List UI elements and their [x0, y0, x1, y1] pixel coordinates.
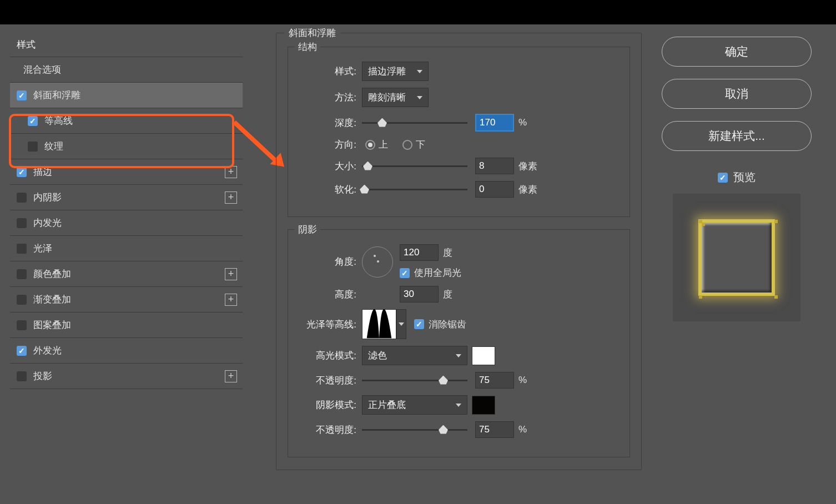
highlight-opacity-input[interactable] — [475, 372, 514, 389]
soften-input[interactable] — [475, 181, 514, 198]
style-item-label: 图案叠加 — [33, 319, 71, 331]
soften-unit: 像素 — [518, 183, 537, 196]
style-label: 样式: — [298, 65, 362, 78]
size-label: 大小: — [298, 160, 362, 173]
angle-unit: 度 — [443, 246, 452, 259]
size-slider[interactable] — [362, 165, 467, 167]
style-item-checkbox[interactable] — [17, 320, 27, 330]
style-item-label: 纹理 — [44, 140, 63, 153]
style-item-checkbox[interactable] — [17, 295, 27, 305]
angle-dial[interactable] — [362, 246, 393, 278]
highlight-mode-dropdown[interactable]: 滤色 — [362, 346, 467, 365]
global-light-checkbox[interactable] — [400, 268, 410, 278]
depth-label: 深度: — [298, 117, 362, 129]
add-effect-icon[interactable]: + — [225, 370, 237, 382]
preview-checkbox[interactable] — [718, 173, 728, 183]
style-item-checkbox[interactable] — [17, 346, 27, 356]
add-effect-icon[interactable]: + — [225, 191, 237, 204]
depth-unit: % — [518, 117, 527, 128]
style-dropdown[interactable]: 描边浮雕 — [362, 62, 429, 81]
style-item-checkbox[interactable] — [17, 193, 27, 203]
shadow-opacity-label: 不透明度: — [298, 424, 362, 436]
ok-button[interactable]: 确定 — [662, 37, 812, 67]
technique-label: 方法: — [298, 91, 362, 104]
style-item-6[interactable]: 内发光 — [10, 210, 243, 236]
antialias-label: 消除锯齿 — [429, 318, 466, 331]
style-item-4[interactable]: 描边+ — [10, 159, 243, 185]
shadow-opacity-slider[interactable] — [362, 429, 467, 431]
shadow-opacity-input[interactable] — [475, 421, 514, 438]
gloss-contour-picker[interactable] — [362, 309, 396, 339]
add-effect-icon[interactable]: + — [225, 294, 237, 306]
angle-input[interactable] — [400, 244, 439, 261]
size-unit: 像素 — [518, 160, 537, 173]
size-input[interactable] — [475, 158, 514, 174]
style-item-label: 颜色叠加 — [33, 268, 71, 280]
bevel-emboss-fieldset: 斜面和浮雕 结构 样式: 描边浮雕 方法: 雕刻清晰 深度: % — [276, 33, 642, 470]
gloss-contour-dropdown[interactable] — [396, 309, 406, 339]
style-item-11[interactable]: 外发光 — [10, 338, 243, 364]
altitude-input[interactable] — [400, 286, 439, 303]
soften-slider[interactable] — [362, 189, 467, 190]
new-style-button[interactable]: 新建样式... — [662, 121, 812, 151]
style-item-7[interactable]: 光泽 — [10, 236, 243, 261]
technique-dropdown[interactable]: 雕刻清晰 — [362, 88, 429, 107]
altitude-unit: 度 — [443, 288, 452, 301]
style-item-label: 投影 — [33, 370, 52, 382]
add-effect-icon[interactable]: + — [225, 268, 237, 280]
depth-input[interactable] — [475, 114, 514, 132]
preview-thumbnail — [673, 194, 800, 321]
depth-slider[interactable] — [362, 122, 467, 124]
styles-list: 混合选项斜面和浮雕等高线纹理描边+内阴影+内发光光泽颜色叠加+渐变叠加+图案叠加… — [10, 57, 243, 389]
cancel-button[interactable]: 取消 — [662, 79, 812, 109]
direction-down-radio[interactable] — [402, 140, 412, 150]
style-item-label: 内发光 — [33, 216, 62, 229]
global-light-label: 使用全局光 — [414, 266, 461, 279]
style-item-checkbox[interactable] — [17, 244, 27, 254]
highlight-opacity-label: 不透明度: — [298, 374, 362, 387]
soften-label: 软化: — [298, 183, 362, 196]
styles-list-panel: 样式 混合选项斜面和浮雕等高线纹理描边+内阴影+内发光光泽颜色叠加+渐变叠加+图… — [10, 33, 243, 504]
style-item-checkbox[interactable] — [28, 116, 38, 126]
style-item-checkbox[interactable] — [17, 90, 27, 100]
style-item-checkbox[interactable] — [28, 142, 38, 152]
style-item-5[interactable]: 内阴影+ — [10, 185, 243, 210]
bevel-emboss-settings: 斜面和浮雕 结构 样式: 描边浮雕 方法: 雕刻清晰 深度: % — [243, 24, 647, 504]
style-item-label: 渐变叠加 — [33, 293, 71, 306]
antialias-checkbox[interactable] — [414, 319, 424, 329]
style-item-checkbox[interactable] — [17, 167, 27, 177]
angle-label: 角度: — [298, 255, 362, 268]
highlight-opacity-unit: % — [518, 375, 527, 386]
bevel-emboss-title: 斜面和浮雕 — [284, 27, 340, 39]
style-item-3[interactable]: 纹理 — [10, 134, 243, 159]
shadow-mode-label: 阴影模式: — [298, 399, 362, 411]
styles-header: 样式 — [10, 33, 243, 57]
structure-group: 结构 样式: 描边浮雕 方法: 雕刻清晰 深度: % 方向: — [288, 47, 630, 217]
style-item-12[interactable]: 投影+ — [10, 364, 243, 389]
highlight-mode-label: 高光模式: — [298, 349, 362, 362]
shadow-mode-dropdown[interactable]: 正片叠底 — [362, 395, 467, 415]
style-item-checkbox[interactable] — [17, 269, 27, 279]
style-item-label: 描边 — [33, 165, 52, 178]
direction-up-label: 上 — [379, 138, 388, 151]
style-item-9[interactable]: 渐变叠加+ — [10, 287, 243, 313]
style-item-2[interactable]: 等高线 — [10, 108, 243, 134]
highlight-opacity-slider[interactable] — [362, 380, 467, 381]
shadow-color-swatch[interactable] — [472, 396, 495, 415]
dialog-buttons-panel: 确定 取消 新建样式... 预览 — [647, 24, 836, 504]
layer-style-dialog: 样式 混合选项斜面和浮雕等高线纹理描边+内阴影+内发光光泽颜色叠加+渐变叠加+图… — [0, 24, 836, 504]
style-item-label: 斜面和浮雕 — [33, 89, 80, 102]
direction-up-radio[interactable] — [365, 140, 375, 150]
style-item-checkbox[interactable] — [17, 371, 27, 381]
style-item-8[interactable]: 颜色叠加+ — [10, 261, 243, 287]
preview-frame-graphic — [698, 219, 775, 296]
structure-legend: 结构 — [295, 41, 320, 53]
style-item-0[interactable]: 混合选项 — [10, 57, 243, 83]
altitude-label: 高度: — [298, 288, 362, 301]
style-item-checkbox[interactable] — [17, 218, 27, 228]
add-effect-icon[interactable]: + — [225, 166, 237, 178]
style-item-10[interactable]: 图案叠加 — [10, 313, 243, 338]
style-item-1[interactable]: 斜面和浮雕 — [10, 83, 243, 108]
highlight-color-swatch[interactable] — [472, 346, 495, 365]
style-item-label: 外发光 — [33, 344, 62, 357]
